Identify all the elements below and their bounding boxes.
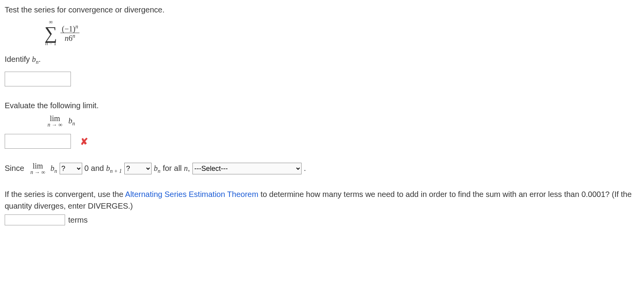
estimation-text: If the series is convergent, use the Alt…	[5, 188, 639, 212]
relation-select-1[interactable]: ?=≠><	[60, 163, 82, 174]
identify-label: Identify bn.	[5, 53, 639, 66]
incorrect-icon: ✘	[80, 135, 88, 149]
terms-input[interactable]	[5, 214, 65, 225]
prompt-text: Test the series for convergence or diver…	[5, 4, 639, 16]
conclusion-select[interactable]: ---Select---the series convergesthe seri…	[192, 163, 302, 174]
fraction: (−1)n n6n	[60, 24, 80, 42]
evaluate-label: Evaluate the following limit.	[5, 100, 639, 111]
identify-bn-input[interactable]	[5, 72, 71, 86]
series-expression: ∞ ∑ n = 1 (−1)n n6n	[44, 19, 639, 46]
limit-expression: lim n → ∞ bn	[48, 114, 639, 128]
since-sentence: Since lim n → ∞ bn ?=≠>< 0 and bn + 1 ?≤…	[5, 162, 639, 175]
terms-label: terms	[68, 214, 88, 226]
limit-input[interactable]	[5, 134, 71, 149]
theorem-link[interactable]: Alternating Series Estimation Theorem	[125, 190, 258, 199]
relation-select-2[interactable]: ?≤≥=<>	[124, 163, 152, 174]
sigma-icon: ∞ ∑ n = 1	[44, 19, 57, 46]
